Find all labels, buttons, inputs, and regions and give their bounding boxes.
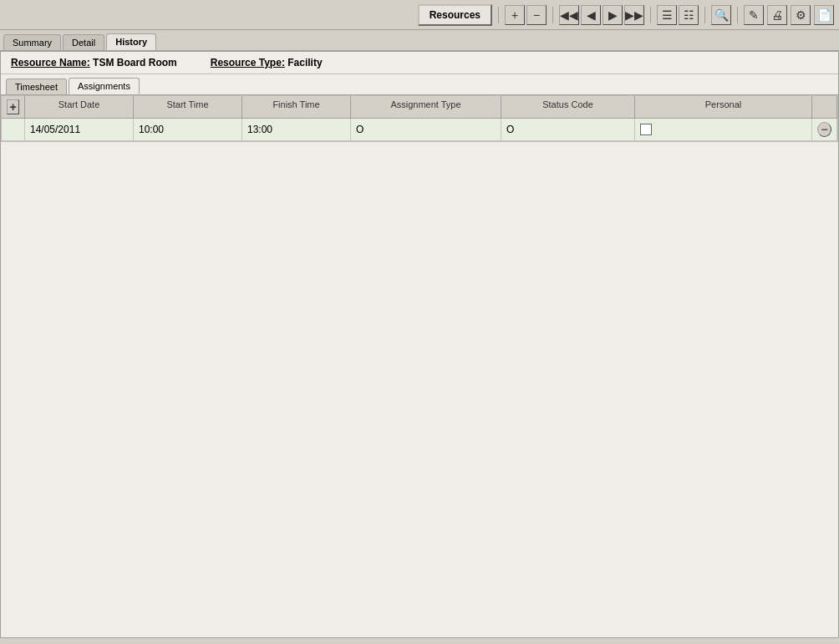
cell-assignment-type[interactable]: O [351,119,501,140]
toolbar-separator-1 [498,7,499,23]
resource-name-value: TSM Board Room [93,57,177,68]
col-assignment-type: Assignment Type [351,96,501,118]
resource-name-group: Resource Name: TSM Board Room [11,57,177,68]
toolbar-group-add-remove: + − [505,5,547,25]
col-start-date: Start Date [25,96,134,118]
add-icon[interactable]: + [505,5,525,25]
row-selector [2,119,25,140]
assignments-table: + Start Date Start Time Finish Time Assi… [1,95,838,142]
col-actions [812,96,837,118]
sub-tabs: Timesheet Assignments [1,74,838,95]
toolbar-separator-3 [650,7,651,23]
toolbar-separator-5 [737,7,738,23]
content-area: Resource Name: TSM Board Room Resource T… [0,51,839,638]
nav-first-icon[interactable]: ◀◀ [559,5,579,25]
toolbar-separator-2 [552,7,553,23]
grid-view-icon[interactable]: ☷ [679,5,699,25]
tab-summary[interactable]: Summary [3,34,61,50]
main-tabs: Summary Detail History [0,30,839,51]
col-status-code: Status Code [501,96,635,118]
resources-button[interactable]: Resources [418,4,492,26]
table-header: + Start Date Start Time Finish Time Assi… [2,96,837,119]
cell-start-time[interactable]: 10:00 [134,119,242,140]
tab-detail[interactable]: Detail [63,34,104,50]
toolbar-group-nav: ◀◀ ◀ ▶ ▶▶ [559,5,644,25]
toolbar-group-view: ☰ ☷ [657,5,699,25]
resource-type-label: Resource Type: [211,57,285,68]
cell-remove[interactable]: − [812,119,837,140]
nav-play-icon[interactable]: ▶ [603,5,623,25]
remove-icon[interactable]: − [526,5,547,25]
add-row-header[interactable]: + [2,96,25,118]
col-start-time: Start Time [134,96,242,118]
tab-history[interactable]: History [106,33,156,50]
nav-last-icon[interactable]: ▶▶ [624,5,644,25]
resource-name-label: Resource Name: [11,57,90,68]
main-toolbar: Resources + − ◀◀ ◀ ▶ ▶▶ ☰ ☷ 🔍 ✎ 🖨 ⚙ 📄 [0,0,839,30]
print-icon[interactable]: 🖨 [767,5,787,25]
col-finish-time: Finish Time [242,96,351,118]
resource-type-group: Resource Type: Facility [211,57,323,68]
cell-status-code[interactable]: O [501,119,635,140]
remove-row-button[interactable]: − [817,122,831,137]
sub-tab-timesheet[interactable]: Timesheet [6,79,67,94]
nav-prev-icon[interactable]: ◀ [581,5,601,25]
extra-icon[interactable]: 📄 [814,5,834,25]
add-row-button[interactable]: + [7,99,19,114]
table-row: 14/05/2011 10:00 13:00 O O − [2,119,837,141]
personal-checkbox[interactable] [640,124,652,135]
resource-type-value: Facility [287,57,322,68]
resource-info-bar: Resource Name: TSM Board Room Resource T… [1,52,838,74]
toolbar-separator-4 [704,7,705,23]
sub-tab-assignments[interactable]: Assignments [69,78,140,94]
list-view-icon[interactable]: ☰ [657,5,677,25]
col-personal: Personal [635,96,812,118]
cell-start-date[interactable]: 14/05/2011 [25,119,134,140]
cell-finish-time[interactable]: 13:00 [242,119,351,140]
zoom-icon[interactable]: 🔍 [711,5,731,25]
eraser-icon[interactable]: ✎ [744,5,764,25]
settings-icon[interactable]: ⚙ [791,5,811,25]
cell-personal[interactable] [635,119,812,140]
